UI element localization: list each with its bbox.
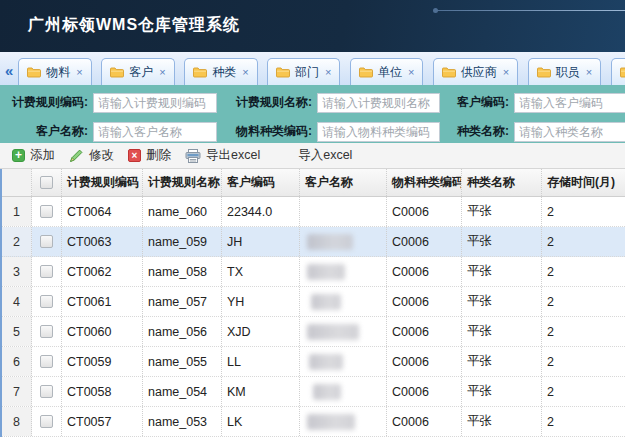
row-checkbox[interactable] — [40, 205, 53, 218]
export-excel-button[interactable]: 导出excel — [181, 144, 270, 168]
edit-button[interactable]: 修改 — [65, 144, 124, 168]
redacted-customer-name — [311, 294, 341, 310]
row-checkbox[interactable] — [40, 355, 53, 368]
redacted-customer-name — [313, 384, 341, 400]
row-checkbox-cell — [32, 257, 62, 286]
folder-icon — [193, 67, 207, 78]
row-number-cell: 2 — [2, 227, 32, 256]
cell-customer-code: YH — [222, 287, 300, 316]
row-checkbox-cell — [32, 347, 62, 376]
table-row[interactable]: 1 CT0064 name_060 22344.0 C0006 平张 2 — [2, 197, 625, 227]
tab-7[interactable]: 职员 × — [528, 58, 601, 85]
row-checkbox-cell — [32, 317, 62, 346]
cell-category-code: C0006 — [387, 287, 462, 316]
app-title: 广州标领WMS仓库管理系统 — [28, 15, 240, 36]
cell-category-name: 平张 — [462, 347, 542, 376]
folder-icon — [620, 67, 625, 78]
search-field-label: 种类名称: — [443, 123, 511, 140]
tab-2[interactable]: 客户 × — [101, 58, 174, 85]
table-row[interactable]: 3 CT0062 name_058 TX C0006 平张 2 — [2, 257, 625, 287]
grid-header-row: 计费规则编码 计费规则名称 客户编码 客户名称 物料种类编码 种类名称 存储时间… — [2, 169, 625, 197]
cell-billing-rule-name: name_054 — [143, 377, 222, 406]
tab-1[interactable]: 物料 × — [18, 58, 91, 85]
table-row[interactable]: 6 CT0059 name_055 LL C0006 平张 2 — [2, 347, 625, 377]
tab-close-icon[interactable]: × — [503, 66, 509, 78]
tab-close-icon[interactable]: × — [242, 66, 248, 78]
cell-category-code: C0006 — [387, 347, 462, 376]
redacted-customer-name — [307, 324, 359, 340]
cell-billing-rule-code: CT0064 — [62, 197, 143, 226]
tab-close-icon[interactable]: × — [159, 66, 165, 78]
tab-close-icon[interactable]: × — [325, 66, 331, 78]
cell-billing-rule-name: name_059 — [143, 227, 222, 256]
collapse-tabs-icon[interactable]: « — [5, 63, 13, 78]
wms-app-window: 广州标领WMS仓库管理系统 « 物料 × 客户 × — [0, 0, 625, 442]
search-input-5[interactable] — [317, 122, 440, 142]
redacted-customer-name — [307, 234, 353, 250]
delete-icon: × — [128, 149, 141, 162]
table-row[interactable]: 2 CT0063 name_059 JH C0006 平张 2 — [2, 227, 625, 257]
row-checkbox[interactable] — [40, 325, 53, 338]
table-row[interactable]: 7 CT0058 name_054 KM C0006 平张 2 — [2, 377, 625, 407]
pencil-icon — [69, 148, 84, 163]
import-excel-button[interactable]: 导入excel — [294, 144, 362, 168]
cell-billing-rule-code: CT0062 — [62, 257, 143, 286]
tab-5[interactable]: 单位 × — [350, 58, 423, 85]
row-checkbox[interactable] — [40, 235, 53, 248]
header-row-number — [2, 169, 32, 196]
search-field-label: 物料种类编码: — [220, 123, 314, 140]
tab-8[interactable]: 仓库 × — [611, 58, 625, 85]
header-category-code[interactable]: 物料种类编码 — [387, 169, 462, 196]
import-excel-label: 导入excel — [298, 147, 352, 164]
cell-billing-rule-name: name_055 — [143, 347, 222, 376]
cell-category-name: 平张 — [462, 377, 542, 406]
tab-6[interactable]: 供应商 × — [433, 58, 518, 85]
header-billing-rule-code[interactable]: 计费规则编码 — [62, 169, 143, 196]
row-number-cell: 1 — [2, 197, 32, 226]
table-row[interactable]: 5 CT0060 name_056 XJD C0006 平张 2 — [2, 317, 625, 347]
tab-close-icon[interactable]: × — [76, 66, 82, 78]
search-input-3[interactable] — [514, 93, 625, 113]
table-row[interactable]: 8 CT0057 name_053 LK C0006 平张 2 — [2, 407, 625, 437]
cell-category-name: 平张 — [462, 227, 542, 256]
header-customer-name[interactable]: 客户名称 — [300, 169, 387, 196]
row-checkbox[interactable] — [40, 385, 53, 398]
header-customer-code[interactable]: 客户编码 — [222, 169, 300, 196]
row-number-cell: 6 — [2, 347, 32, 376]
header-billing-rule-name[interactable]: 计费规则名称 — [143, 169, 222, 196]
row-number-cell: 8 — [2, 407, 32, 436]
row-checkbox-cell — [32, 407, 62, 436]
header-storage-months[interactable]: 存储时间(月) — [542, 169, 625, 196]
row-checkbox-cell — [32, 227, 62, 256]
tab-4[interactable]: 部门 × — [267, 58, 340, 85]
header-category-name[interactable]: 种类名称 — [462, 169, 542, 196]
tab-close-icon[interactable]: × — [408, 66, 414, 78]
row-checkbox[interactable] — [40, 295, 53, 308]
search-field-label: 客户编码: — [443, 94, 511, 111]
billing-rules-grid: 计费规则编码 计费规则名称 客户编码 客户名称 物料种类编码 种类名称 存储时间… — [0, 169, 625, 437]
row-checkbox-cell — [32, 287, 62, 316]
select-all-checkbox[interactable] — [40, 176, 53, 189]
tab-close-icon[interactable]: × — [586, 66, 592, 78]
cell-customer-name — [300, 347, 387, 376]
cell-billing-rule-name: name_058 — [143, 257, 222, 286]
row-checkbox[interactable] — [40, 415, 53, 428]
add-button[interactable]: + 添加 — [8, 144, 65, 168]
search-input-1[interactable] — [93, 93, 217, 113]
cell-billing-rule-code: CT0058 — [62, 377, 143, 406]
search-input-4[interactable] — [93, 122, 217, 142]
delete-button[interactable]: × 删除 — [124, 144, 181, 168]
row-checkbox[interactable] — [40, 265, 53, 278]
cell-customer-code: 22344.0 — [222, 197, 300, 226]
tab-3[interactable]: 种类 × — [184, 58, 257, 85]
table-row[interactable]: 4 CT0061 name_057 YH C0006 平张 2 — [2, 287, 625, 317]
cell-customer-code: TX — [222, 257, 300, 286]
header-checkbox-cell — [32, 169, 62, 196]
cell-storage-months: 2 — [542, 227, 625, 256]
folder-icon — [276, 67, 290, 78]
add-button-label: 添加 — [30, 147, 55, 164]
search-panel: 计费规则编码: 计费规则名称: 客户编码: 客户名称: 物料种类编码: 种类名称… — [0, 85, 625, 143]
cell-billing-rule-code: CT0063 — [62, 227, 143, 256]
search-input-2[interactable] — [317, 93, 440, 113]
search-input-6[interactable] — [514, 122, 625, 142]
